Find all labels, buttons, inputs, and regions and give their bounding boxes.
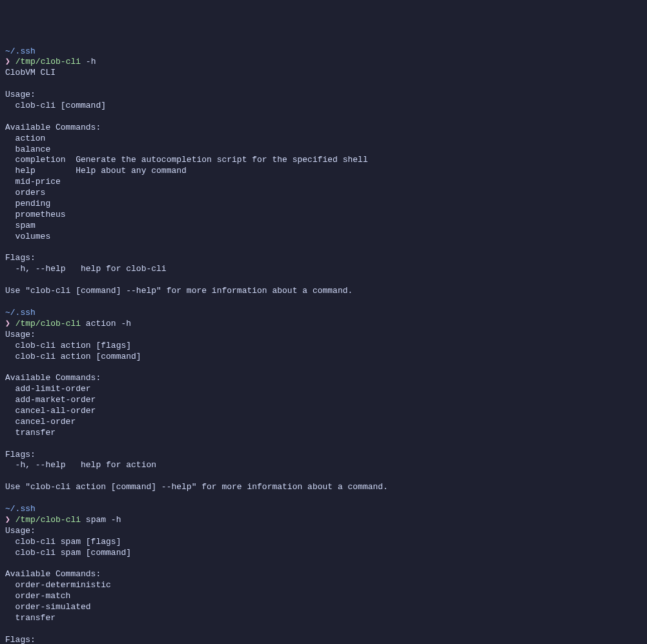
cwd-path: ~/.ssh: [5, 46, 36, 56]
cwd-path: ~/.ssh: [5, 504, 36, 514]
command-text: /tmp/clob-cli: [15, 515, 81, 525]
terminal-content[interactable]: ~/.ssh ❯ /tmp/clob-cli -h ClobVM CLI Usa…: [5, 46, 642, 644]
command-text: /tmp/clob-cli: [15, 319, 81, 328]
command-args: action -h: [81, 319, 131, 328]
command-args: -h: [81, 57, 96, 66]
command-output: Usage: clob-cli action [flags] clob-cli …: [5, 330, 388, 492]
prompt-symbol: ❯: [5, 319, 10, 328]
command-output: ClobVM CLI Usage: clob-cli [command] Ava…: [5, 68, 368, 296]
command-output: Usage: clob-cli spam [flags] clob-cli sp…: [5, 526, 378, 644]
command-args: spam -h: [81, 515, 121, 525]
prompt-symbol: ❯: [5, 57, 10, 66]
prompt-symbol: ❯: [5, 515, 10, 525]
cwd-path: ~/.ssh: [5, 308, 36, 317]
command-text: /tmp/clob-cli: [15, 57, 81, 66]
